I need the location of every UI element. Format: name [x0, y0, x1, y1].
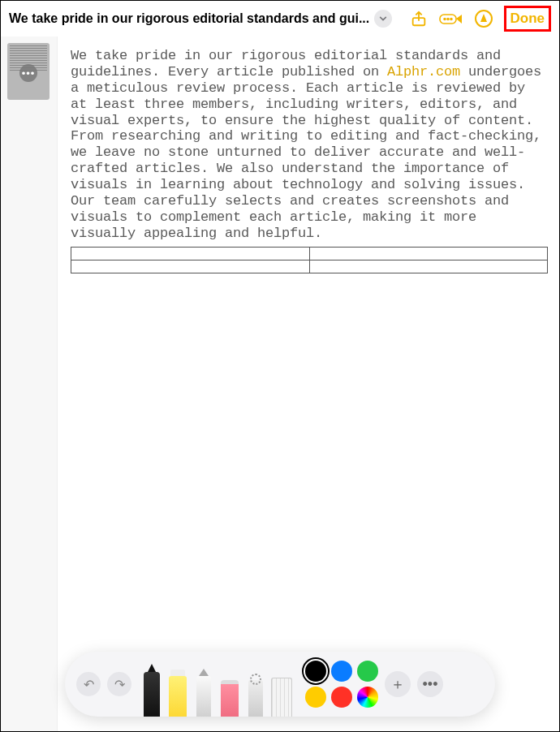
color-black[interactable] [305, 661, 326, 682]
table-cell[interactable] [309, 247, 548, 260]
content-area: ••• We take pride in our rigorous editor… [1, 37, 559, 731]
thumbnail-strip: ••• [1, 37, 58, 731]
add-button[interactable]: ＋ [385, 671, 411, 697]
color-picker-icon[interactable] [357, 687, 378, 708]
color-palette [305, 661, 378, 708]
svg-point-2 [444, 19, 446, 20]
table-row [71, 247, 548, 260]
svg-point-4 [450, 19, 452, 20]
color-blue[interactable] [331, 661, 352, 682]
title-area[interactable]: We take pride in our rigorous editorial … [9, 10, 398, 28]
color-red[interactable] [331, 687, 352, 708]
toolbar: We take pride in our rigorous editorial … [1, 1, 559, 37]
color-green[interactable] [357, 661, 378, 682]
more-icon[interactable]: ••• [19, 64, 37, 82]
more-options-button[interactable]: ••• [417, 671, 443, 697]
table-row [71, 260, 548, 273]
table-cell[interactable] [309, 260, 548, 273]
page-thumbnail[interactable]: ••• [7, 43, 50, 100]
done-button-highlight: Done [504, 6, 552, 32]
chevron-down-icon[interactable] [374, 10, 392, 28]
done-button[interactable]: Done [510, 11, 545, 27]
markup-tool-icon[interactable] [439, 6, 463, 31]
color-yellow[interactable] [305, 687, 326, 708]
table-cell[interactable] [71, 260, 310, 273]
drawing-tools [141, 652, 292, 717]
eraser-tool[interactable] [219, 661, 240, 717]
pen-tool[interactable] [141, 661, 162, 717]
markup-toolbar: ↶ ↷ ＋ ••• [65, 652, 495, 717]
document-page[interactable]: We take pride in our rigorous editorial … [58, 37, 559, 731]
redo-button[interactable]: ↷ [107, 672, 131, 696]
body-text: We take pride in our rigorous editorial … [71, 48, 548, 242]
lasso-tool[interactable] [245, 661, 266, 717]
undo-button[interactable]: ↶ [76, 672, 101, 696]
share-icon[interactable] [407, 6, 431, 31]
text-after: undergoes a meticulous review process. E… [71, 64, 541, 241]
markup-pen-circle-icon[interactable] [472, 6, 496, 31]
document-title: We take pride in our rigorous editorial … [9, 11, 369, 26]
table-cell[interactable] [71, 247, 310, 260]
ruler-tool[interactable] [271, 661, 292, 717]
alphr-link[interactable]: Alphr.com [387, 64, 460, 80]
pencil-tool[interactable] [193, 661, 214, 717]
svg-point-3 [447, 19, 449, 20]
empty-table[interactable] [71, 247, 548, 273]
highlighter-tool[interactable] [167, 661, 188, 717]
